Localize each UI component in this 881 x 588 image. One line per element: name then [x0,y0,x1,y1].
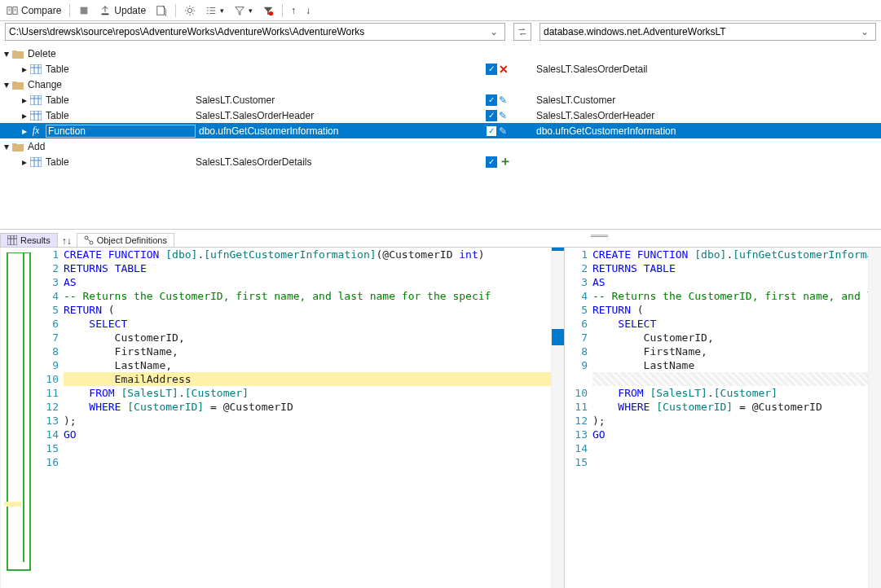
update-icon [99,5,111,16]
pathbar: ⌄ ⌄ [0,21,881,42]
svg-point-5 [187,8,192,12]
row-change-function[interactable]: ▸ fx Function dbo.ufnGetCustomerInformat… [0,123,881,138]
script-button[interactable] [152,3,170,18]
compare-button[interactable]: Compare [3,3,64,18]
table-icon [29,64,42,75]
stop-button[interactable] [75,3,93,18]
prev-button[interactable]: ↑ [288,3,299,18]
right-editor[interactable]: 123456789 101112131415 CREATE FUNCTION [… [564,248,881,588]
editor-area: 12345678910111213141516 CREATE FUNCTION … [0,248,881,588]
source-dropdown-chevron[interactable]: ⌄ [487,26,501,37]
svg-rect-9 [30,111,42,121]
tab-objdef-label: Object Definitions [97,235,167,245]
toolbar: Compare Update ▾ ▾ ↑ ↓ [0,0,881,21]
right-code[interactable]: CREATE FUNCTION [dbo].[ufnGetCustomerInf… [592,248,868,588]
svg-rect-3 [102,13,109,15]
source-path-input[interactable] [9,26,487,37]
tab-results[interactable]: Results [0,233,58,247]
twisty-expanded-icon[interactable]: ▾ [2,48,11,59]
svg-rect-8 [30,95,42,105]
svg-rect-4 [157,6,165,15]
next-button[interactable]: ↓ [302,3,314,18]
editor-tabs: Results ↑↓ Object Definitions ═══ [0,230,881,248]
edit-action-icon: ✎ [499,94,507,106]
swap-button[interactable] [513,23,531,41]
filter-clear-button[interactable] [259,3,277,18]
group-add-label: Add [28,141,45,152]
svg-rect-7 [30,64,42,74]
target-dropdown-chevron[interactable]: ⌄ [857,26,872,37]
twisty-expanded-icon[interactable]: ▾ [2,79,11,90]
table-icon [29,110,42,121]
twisty-collapsed-icon[interactable]: ▸ [20,94,29,106]
add-action-icon: ＋ [499,153,512,170]
results-icon [7,235,17,245]
edit-action-icon: ✎ [499,110,507,121]
target-name: SalesLT.SalesOrderHeader [536,110,654,121]
target-name: dbo.ufnGetCustomerInformation [536,125,676,137]
include-checkbox[interactable]: ✓ [486,64,497,75]
tab-scroll-buttons[interactable]: ↑↓ [57,235,77,247]
twisty-collapsed-icon[interactable]: ▸ [20,110,29,121]
separator [69,4,70,17]
folder-icon [11,141,24,152]
group-icon [205,5,217,16]
target-path-input[interactable] [544,26,857,37]
stop-icon [78,5,90,16]
row-change-customer[interactable]: ▸ Table SalesLT.Customer ✓ ✎ SalesLT.Cus… [0,92,881,108]
svg-rect-10 [30,157,42,167]
delete-action-icon: ✕ [499,63,509,76]
row-add-table[interactable]: ▸ Table SalesLT.SalesOrderDetails ✓ ＋ [0,154,881,169]
tab-object-definitions[interactable]: Object Definitions [77,233,174,247]
svg-rect-2 [81,7,88,14]
include-checkbox[interactable]: ✓ [486,156,497,168]
left-scrollbar[interactable] [551,248,564,588]
include-checkbox[interactable]: ✓ [486,94,497,106]
type-label: Table [46,110,196,121]
right-scrollbar[interactable] [868,248,881,588]
twisty-collapsed-icon[interactable]: ▸ [20,125,29,137]
left-overview-ruler[interactable] [0,248,36,588]
type-label: Function [46,125,196,138]
type-label: Table [46,94,196,106]
source-path-box[interactable]: ⌄ [5,23,505,41]
target-name: SalesLT.SalesOrderDetail [536,64,648,75]
table-icon [29,94,42,106]
filter-button[interactable]: ▾ [231,3,256,18]
options-button[interactable] [181,3,199,18]
source-name: dbo.ufnGetCustomerInformation [199,125,338,137]
source-name: SalesLT.Customer [196,94,275,106]
compare-tree: ▾ Delete ▸ Table ✓ ✕ SalesLT.SalesOrderD… [0,42,881,230]
separator [175,4,176,17]
group-delete-label: Delete [28,48,56,59]
gear-icon [184,5,196,16]
left-gutter: 12345678910111213141516 [36,248,64,588]
row-change-orderheader[interactable]: ▸ Table SalesLT.SalesOrderHeader ✓ ✎ Sal… [0,108,881,123]
group-add[interactable]: ▾ Add [0,138,881,154]
twisty-expanded-icon[interactable]: ▾ [2,141,11,152]
row-delete-table[interactable]: ▸ Table ✓ ✕ SalesLT.SalesOrderDetail [0,61,881,77]
include-checkbox[interactable]: ✓ [486,125,497,137]
group-change[interactable]: ▾ Change [0,77,881,92]
group-change-label: Change [28,79,62,90]
group-delete[interactable]: ▾ Delete [0,46,881,61]
update-button[interactable]: Update [96,3,149,18]
type-label: Table [46,156,196,168]
group-button[interactable]: ▾ [202,3,227,18]
include-checkbox[interactable]: ✓ [486,110,497,121]
left-code[interactable]: CREATE FUNCTION [dbo].[ufnGetCustomerInf… [64,248,551,588]
compare-label: Compare [21,5,61,16]
type-label: Table [46,64,196,75]
twisty-collapsed-icon[interactable]: ▸ [20,156,29,168]
splitter-handle-icon[interactable]: ═══ [591,231,608,240]
table-icon [29,156,42,168]
script-icon [156,5,167,16]
separator [282,4,283,17]
source-name: SalesLT.SalesOrderHeader [196,110,314,121]
filter-icon [234,5,245,16]
compare-icon [7,5,18,16]
right-gutter: 123456789 101112131415 [565,248,592,588]
target-path-box[interactable]: ⌄ [540,23,876,41]
left-editor[interactable]: 12345678910111213141516 CREATE FUNCTION … [36,248,564,588]
twisty-collapsed-icon[interactable]: ▸ [20,64,29,75]
